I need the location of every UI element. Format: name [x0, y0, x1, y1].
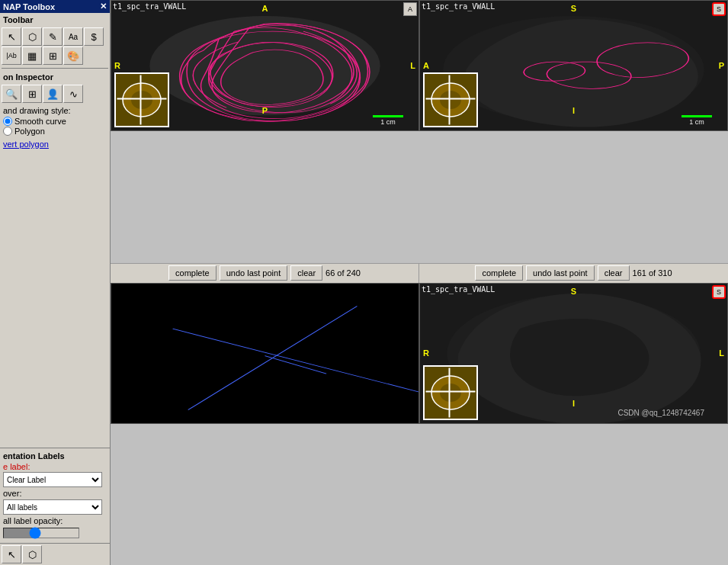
bottom-tool-2[interactable]: ⬡	[22, 545, 42, 563]
svg-rect-6	[140, 75, 141, 124]
inspector-icons: 🔍 ⊞ 👤 ∿	[0, 83, 110, 104]
magnify-tool[interactable]: 🔍	[2, 85, 21, 103]
polygon-label: Polygon	[14, 127, 45, 136]
frame-count-tr: 161 of 310	[633, 268, 672, 278]
label-title: e label:	[0, 462, 110, 471]
orient-br-right: L	[719, 348, 724, 358]
scale-tr: 1 cm	[681, 115, 712, 126]
over-title: over:	[0, 488, 110, 499]
smooth-curve-label: Smooth curve	[14, 117, 66, 126]
quad-br-corner-label: S	[717, 288, 721, 296]
quad-tr-corner-btn[interactable]: S	[712, 2, 726, 16]
orient-br-left: R	[423, 348, 429, 358]
close-icon[interactable]: ✕	[100, 2, 107, 11]
quad-grid-bottom: t1_spc_tra_VWALL S S L I R	[111, 283, 728, 566]
person-tool[interactable]: 👤	[43, 85, 63, 103]
opacity-slider-container	[0, 526, 110, 541]
frame-count-tl: 66 of 240	[326, 268, 361, 278]
svg-rect-15	[426, 98, 475, 99]
action-bar-right: complete undo last point clear 161 of 31…	[419, 264, 728, 283]
svg-rect-27	[449, 368, 450, 417]
thumb-br-inner	[425, 367, 476, 419]
scale-tr-text: 1 cm	[689, 118, 704, 126]
orient-tr-top: S	[571, 4, 576, 13]
thumb-tr-svg	[425, 74, 476, 126]
complete-btn-tl[interactable]: complete	[168, 265, 216, 281]
bottom-toolbar: ↖ ⬡	[0, 543, 110, 565]
opacity-slider[interactable]	[3, 528, 79, 538]
svg-point-1	[149, 16, 380, 115]
seg-labels-section: entation Labels e label: Clear Label ove…	[0, 448, 110, 543]
quad-br: t1_spc_tra_VWALL S S L I R	[419, 283, 728, 424]
polygon-radio[interactable]	[3, 127, 12, 136]
polygon-option[interactable]: Polygon	[3, 127, 107, 136]
quad-br-label: t1_spc_tra_VWALL	[422, 285, 495, 294]
complete-btn-tr[interactable]: complete	[475, 265, 523, 281]
stack-tool[interactable]: ⊞	[43, 47, 63, 65]
orient-tl-left: R	[114, 61, 120, 70]
orient-tr-left: A	[423, 61, 429, 70]
quad-tr-corner-label: S	[717, 5, 721, 13]
thumb-tr-inner	[425, 74, 476, 126]
curve-tool[interactable]: ∿	[63, 85, 83, 103]
layer-tool[interactable]: ▦	[22, 47, 42, 65]
svg-point-14	[440, 91, 461, 109]
clear-label-dropdown[interactable]: Clear Label	[3, 472, 102, 487]
lasso-tool[interactable]: ⬡	[22, 27, 42, 46]
svg-rect-17	[111, 284, 419, 423]
orient-br-top: S	[571, 287, 576, 296]
palette-tool[interactable]: 🎨	[63, 47, 83, 65]
thumb-tl-svg	[116, 74, 168, 126]
seg-labels-title: entation Labels	[0, 450, 110, 462]
orient-br-bottom: I	[572, 399, 575, 408]
quad-bl	[111, 283, 419, 424]
orient-tl-bottom: P	[262, 106, 268, 115]
toolbar-label: Toolbar	[0, 13, 110, 26]
quad-tl-corner-label: A	[408, 5, 412, 13]
clear-btn-tr[interactable]: clear	[598, 265, 630, 281]
grid-tool[interactable]: ⊞	[22, 85, 42, 103]
svg-rect-26	[426, 391, 475, 392]
smooth-curve-radio[interactable]	[3, 117, 12, 126]
sidebar: NAP Toolbox ✕ Toolbar ↖ ⬡ ✎ Aa $ |Ab ▦ ⊞…	[0, 0, 111, 565]
quad-grid: t1_spc_tra_VWALL A A L P R 1 cm	[111, 0, 728, 263]
svg-rect-5	[117, 98, 166, 99]
orient-tr-bottom: I	[572, 106, 575, 115]
svg-point-25	[440, 384, 461, 402]
bottom-tool-1[interactable]: ↖	[2, 545, 21, 563]
sidebar-title: NAP Toolbox ✕	[0, 0, 110, 13]
scale-tr-line	[681, 115, 712, 117]
undo-btn-tr[interactable]: undo last point	[526, 265, 595, 281]
orient-tr-right: P	[719, 61, 724, 70]
svg-rect-16	[449, 75, 450, 124]
undo-btn-tl[interactable]: undo last point	[220, 265, 288, 281]
svg-point-4	[131, 91, 152, 109]
scale-tl: 1 cm	[373, 115, 403, 126]
quad-bl-svg	[111, 284, 419, 423]
action-bar-top: complete undo last point clear 66 of 240…	[111, 263, 728, 283]
scale-tl-text: 1 cm	[380, 118, 396, 126]
quad-tl: t1_spc_tra_VWALL A A L P R 1 cm	[111, 0, 419, 131]
opacity-title: all label opacity:	[0, 515, 110, 526]
quad-tl-corner-btn[interactable]: A	[403, 2, 417, 16]
quad-br-corner-btn[interactable]: S	[712, 285, 726, 299]
toolbar-divider	[2, 68, 108, 69]
toolbar-icons: ↖ ⬡ ✎ Aa $ |Ab ▦ ⊞ 🎨	[0, 26, 110, 66]
thumb-br-svg	[425, 367, 476, 419]
all-labels-dropdown[interactable]: All labels	[3, 499, 102, 515]
pencil-tool[interactable]: ✎	[43, 27, 63, 46]
action-bar-left: complete undo last point clear 66 of 240	[111, 264, 419, 283]
thumb-tl	[114, 72, 169, 127]
invert-polygon-link[interactable]: vert polygon	[0, 138, 110, 150]
drawing-style-section: and drawing style: Smooth curve Polygon	[0, 104, 110, 138]
clear-btn-tl[interactable]: clear	[290, 265, 322, 281]
arrow-tool[interactable]: ↖	[2, 27, 21, 46]
extra-tool[interactable]: |Ab	[2, 47, 21, 65]
smooth-curve-option[interactable]: Smooth curve	[3, 117, 107, 126]
quad-tl-label: t1_spc_tra_VWALL	[113, 2, 186, 11]
text-tool[interactable]: Aa	[63, 27, 83, 46]
orient-tl-right: L	[410, 61, 415, 70]
thumb-br	[423, 365, 478, 420]
drawing-style-title: and drawing style:	[3, 106, 107, 115]
dollar-tool[interactable]: $	[84, 27, 104, 46]
